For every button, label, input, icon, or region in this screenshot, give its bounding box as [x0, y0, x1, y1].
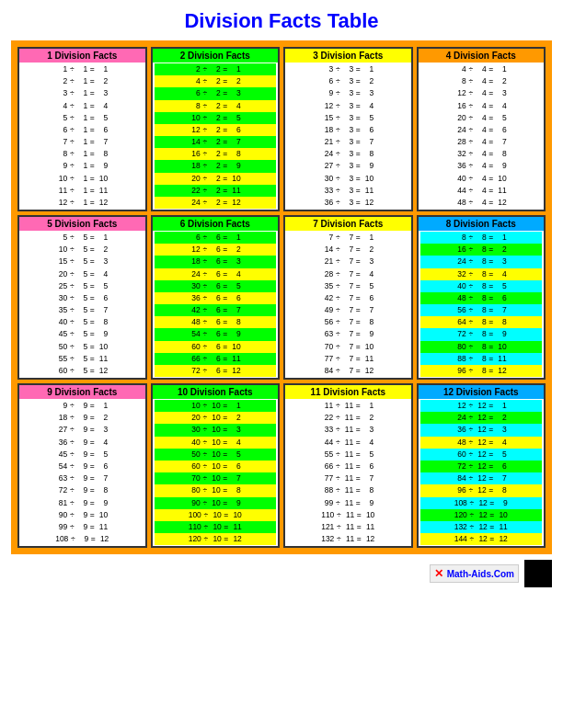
fact-box-4: 4 Division Facts4 ÷ 4 = 18 ÷ 4 = 212 ÷ 4… [417, 47, 546, 211]
table-row: 21 ÷ 3 = 7 [287, 136, 409, 148]
table-row: 72 ÷ 12 = 6 [420, 461, 543, 472]
table-row: 72 ÷ 9 = 8 [21, 484, 144, 496]
table-row: 1 ÷ 1 = 1 [21, 63, 144, 75]
fact-box-3: 3 Division Facts3 ÷ 3 = 16 ÷ 3 = 29 ÷ 3 … [283, 47, 413, 211]
table-row: 99 ÷ 11 = 9 [287, 497, 409, 509]
table-row: 48 ÷ 6 = 8 [155, 316, 277, 328]
table-row: 80 ÷ 8 = 10 [420, 341, 543, 353]
table-row: 45 ÷ 5 = 9 [21, 328, 144, 340]
fact-body-3: 3 ÷ 3 = 16 ÷ 3 = 29 ÷ 3 = 312 ÷ 3 = 415 … [285, 63, 411, 210]
table-row: 84 ÷ 7 = 12 [287, 365, 409, 377]
fact-header-11: 11 Division Facts [285, 385, 411, 399]
table-row: 36 ÷ 3 = 12 [287, 197, 409, 209]
fact-box-7: 7 Division Facts7 ÷ 7 = 114 ÷ 7 = 221 ÷ … [283, 215, 413, 380]
table-row: 60 ÷ 6 = 10 [155, 341, 277, 353]
table-row: 8 ÷ 2 = 4 [155, 100, 277, 112]
table-row: 12 ÷ 4 = 3 [420, 87, 543, 99]
table-row: 12 ÷ 3 = 4 [287, 100, 409, 112]
table-row: 84 ÷ 12 = 7 [420, 472, 543, 484]
fact-box-5: 5 Division Facts5 ÷ 5 = 110 ÷ 5 = 215 ÷ … [17, 215, 147, 380]
fact-box-6: 6 Division Facts6 ÷ 6 = 112 ÷ 6 = 218 ÷ … [151, 215, 281, 380]
table-row: 96 ÷ 12 = 8 [420, 484, 543, 496]
fact-header-10: 10 Division Facts [153, 385, 279, 399]
table-row: 49 ÷ 7 = 7 [287, 304, 409, 316]
table-row: 20 ÷ 10 = 2 [155, 412, 277, 424]
table-row: 32 ÷ 8 = 4 [420, 268, 543, 280]
fact-header-5: 5 Division Facts [19, 217, 145, 231]
table-row: 18 ÷ 2 = 9 [155, 160, 277, 172]
table-row: 64 ÷ 8 = 8 [420, 316, 543, 328]
table-row: 120 ÷ 10 = 12 [155, 533, 277, 545]
table-row: 5 ÷ 1 = 5 [21, 112, 144, 124]
table-row: 60 ÷ 12 = 5 [420, 449, 543, 461]
page: Division Facts Table 1 Division Facts1 ÷… [0, 0, 563, 728]
table-row: 11 ÷ 1 = 11 [21, 185, 144, 197]
table-row: 40 ÷ 5 = 8 [21, 316, 144, 328]
fact-box-10: 10 Division Facts10 ÷ 10 = 120 ÷ 10 = 23… [151, 383, 281, 548]
fact-header-9: 9 Division Facts [19, 385, 145, 399]
fact-body-1: 1 ÷ 1 = 12 ÷ 1 = 23 ÷ 1 = 34 ÷ 1 = 45 ÷ … [19, 63, 145, 210]
fact-header-3: 3 Division Facts [285, 49, 411, 63]
table-row: 88 ÷ 11 = 8 [287, 484, 409, 496]
table-row: 63 ÷ 9 = 7 [21, 472, 144, 484]
table-row: 40 ÷ 8 = 5 [420, 280, 543, 292]
table-row: 4 ÷ 2 = 2 [155, 75, 277, 87]
table-row: 16 ÷ 8 = 2 [420, 244, 543, 256]
table-row: 12 ÷ 2 = 6 [155, 124, 277, 136]
table-row: 18 ÷ 9 = 2 [21, 412, 144, 424]
fact-header-7: 7 Division Facts [285, 217, 411, 231]
fact-body-12: 12 ÷ 12 = 124 ÷ 12 = 236 ÷ 12 = 348 ÷ 12… [419, 399, 545, 546]
table-row: 5 ÷ 5 = 1 [21, 232, 144, 244]
table-row: 18 ÷ 6 = 3 [155, 256, 277, 267]
table-row: 24 ÷ 12 = 2 [420, 412, 543, 424]
fact-header-12: 12 Division Facts [419, 385, 545, 399]
table-row: 28 ÷ 7 = 4 [287, 268, 409, 280]
table-row: 4 ÷ 4 = 1 [420, 63, 543, 75]
fact-header-6: 6 Division Facts [153, 217, 279, 231]
qr-code [524, 560, 552, 587]
table-row: 9 ÷ 9 = 1 [21, 400, 144, 412]
table-row: 11 ÷ 11 = 1 [287, 400, 409, 412]
fact-body-2: 2 ÷ 2 = 14 ÷ 2 = 26 ÷ 2 = 38 ÷ 2 = 410 ÷… [153, 63, 279, 210]
table-row: 120 ÷ 12 = 10 [420, 509, 543, 521]
table-row: 48 ÷ 4 = 12 [420, 197, 543, 209]
table-row: 110 ÷ 11 = 10 [287, 509, 409, 521]
table-row: 55 ÷ 5 = 11 [21, 353, 144, 365]
fact-header-8: 8 Division Facts [419, 217, 545, 231]
table-row: 40 ÷ 10 = 4 [155, 437, 277, 449]
table-row: 12 ÷ 12 = 1 [420, 400, 543, 412]
table-row: 10 ÷ 5 = 2 [21, 244, 144, 256]
table-row: 18 ÷ 3 = 6 [287, 124, 409, 136]
table-row: 70 ÷ 7 = 10 [287, 341, 409, 353]
table-row: 12 ÷ 6 = 2 [155, 244, 277, 256]
table-row: 48 ÷ 12 = 4 [420, 437, 543, 449]
table-row: 72 ÷ 6 = 12 [155, 365, 277, 377]
table-row: 20 ÷ 4 = 5 [420, 112, 543, 124]
fact-header-2: 2 Division Facts [153, 49, 279, 63]
table-row: 14 ÷ 7 = 2 [287, 244, 409, 256]
table-row: 6 ÷ 6 = 1 [155, 232, 277, 244]
table-row: 36 ÷ 4 = 9 [420, 160, 543, 172]
table-row: 2 ÷ 2 = 1 [155, 63, 277, 75]
table-row: 36 ÷ 6 = 6 [155, 292, 277, 304]
table-row: 27 ÷ 3 = 9 [287, 160, 409, 172]
table-row: 108 ÷ 9 = 12 [21, 533, 144, 545]
table-row: 88 ÷ 8 = 11 [420, 353, 543, 365]
fact-box-11: 11 Division Facts11 ÷ 11 = 122 ÷ 11 = 23… [283, 383, 413, 548]
table-row: 7 ÷ 1 = 7 [21, 136, 144, 148]
table-row: 96 ÷ 8 = 12 [420, 365, 543, 377]
fact-box-12: 12 Division Facts12 ÷ 12 = 124 ÷ 12 = 23… [417, 383, 546, 548]
table-row: 99 ÷ 9 = 11 [21, 521, 144, 533]
table-row: 21 ÷ 7 = 3 [287, 256, 409, 267]
table-row: 9 ÷ 3 = 3 [287, 87, 409, 99]
table-row: 30 ÷ 10 = 3 [155, 424, 277, 436]
facts-grid: 1 Division Facts1 ÷ 1 = 12 ÷ 1 = 23 ÷ 1 … [17, 47, 546, 548]
table-row: 80 ÷ 10 = 8 [155, 484, 277, 496]
fact-box-8: 8 Division Facts8 ÷ 8 = 116 ÷ 8 = 224 ÷ … [417, 215, 546, 380]
table-row: 22 ÷ 11 = 2 [287, 412, 409, 424]
fact-header-4: 4 Division Facts [419, 49, 545, 63]
fact-body-6: 6 ÷ 6 = 112 ÷ 6 = 218 ÷ 6 = 324 ÷ 6 = 43… [153, 231, 279, 378]
table-row: 56 ÷ 8 = 7 [420, 304, 543, 316]
table-row: 66 ÷ 6 = 11 [155, 353, 277, 365]
table-row: 24 ÷ 2 = 12 [155, 197, 277, 209]
